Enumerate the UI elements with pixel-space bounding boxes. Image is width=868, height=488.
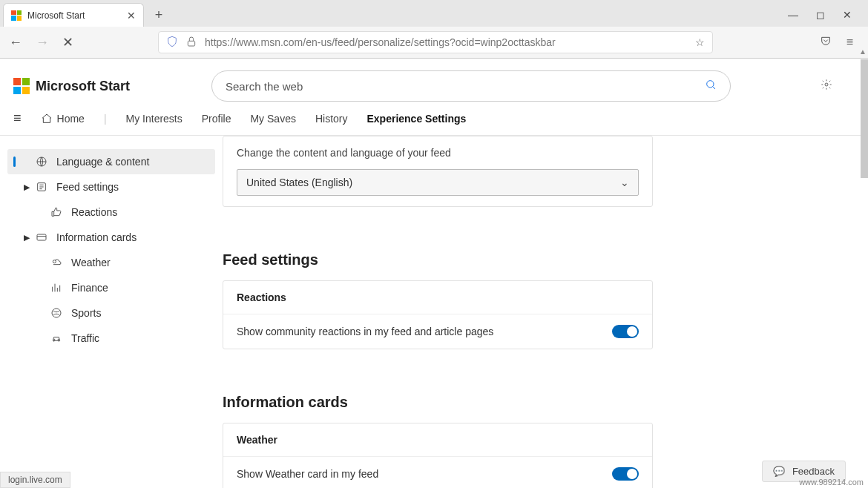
nav-my-interests[interactable]: My Interests: [126, 113, 183, 125]
weather-icon: [50, 257, 62, 268]
nav-experience-settings[interactable]: Experience Settings: [366, 113, 466, 125]
tab-title: Microsoft Start: [27, 10, 85, 21]
ms-logo-icon: [13, 78, 30, 94]
chat-icon: 💬: [773, 466, 785, 477]
tab-bar: Microsoft Start ✕ + — ◻ ✕: [0, 0, 868, 27]
sidebar-item-weather[interactable]: Weather: [7, 250, 215, 275]
maximize-icon[interactable]: ◻: [816, 9, 825, 21]
lock-icon: [185, 36, 197, 50]
forward-button[interactable]: →: [36, 35, 49, 50]
reactions-header: Reactions: [223, 281, 652, 314]
search-input[interactable]: Search the web: [211, 70, 731, 102]
svg-point-2: [825, 83, 828, 86]
close-icon[interactable]: ✕: [127, 10, 136, 22]
weather-header: Weather: [223, 423, 652, 457]
shield-icon: [166, 36, 178, 50]
home-icon: [41, 113, 53, 125]
brand-logo[interactable]: Microsoft Start: [13, 78, 130, 94]
nav-my-saves[interactable]: My Saves: [250, 113, 295, 125]
nav-row: ≡ Home | My Interests Profile My Saves H…: [0, 111, 868, 136]
minimize-icon[interactable]: —: [788, 9, 798, 21]
sidebar-item-traffic[interactable]: Traffic: [7, 326, 215, 351]
address-bar: ← → ✕ https://www.msn.com/en-us/feed/per…: [0, 27, 868, 58]
hamburger-icon[interactable]: ≡: [13, 111, 22, 126]
nav-profile[interactable]: Profile: [202, 113, 231, 125]
nav-history[interactable]: History: [315, 113, 348, 125]
svg-point-9: [58, 339, 59, 340]
scroll-up-icon[interactable]: ▲: [859, 47, 867, 56]
card-icon: [36, 231, 47, 243]
language-desc: Change the content and language of your …: [237, 147, 639, 159]
ms-favicon: [11, 10, 22, 21]
content: Change the content and language of your …: [223, 136, 683, 488]
info-cards-title: Information cards: [223, 394, 653, 411]
search-placeholder: Search the web: [226, 80, 303, 93]
new-tab-button[interactable]: +: [148, 4, 169, 25]
svg-point-7: [52, 309, 61, 317]
menu-icon[interactable]: ≡: [846, 36, 853, 49]
language-card: Change the content and language of your …: [223, 136, 653, 207]
reactions-card: Reactions Show community reactions in my…: [223, 280, 653, 349]
pocket-icon[interactable]: [820, 35, 832, 50]
watermark: www.989214.com: [799, 478, 864, 487]
divider: |: [104, 113, 107, 125]
thumb-icon: [50, 206, 62, 218]
url-field[interactable]: https://www.msn.com/en-us/feed/personali…: [158, 31, 713, 53]
reactions-toggle[interactable]: [612, 325, 639, 338]
sidebar-item-reactions[interactable]: Reactions: [7, 200, 215, 225]
feed-settings-title: Feed settings: [223, 251, 653, 268]
window-controls: — ◻ ✕: [788, 9, 865, 21]
finance-icon: [50, 282, 62, 294]
sidebar: Language & content ▶ Feed settings React…: [0, 136, 223, 488]
page-body: Microsoft Start Search the web ≡ Home | …: [0, 59, 868, 488]
search-icon[interactable]: [705, 79, 717, 94]
sidebar-item-language[interactable]: Language & content: [7, 149, 215, 174]
status-bar: login.live.com: [0, 472, 70, 488]
traffic-icon: [50, 332, 62, 344]
sports-icon: [50, 307, 62, 319]
stop-button[interactable]: ✕: [62, 34, 73, 50]
globe-icon: [36, 156, 47, 168]
browser-tab[interactable]: Microsoft Start ✕: [3, 3, 144, 27]
url-text: https://www.msn.com/en-us/feed/personali…: [205, 36, 556, 48]
caret-icon: ▶: [24, 182, 30, 192]
reactions-row: Show community reactions in my feed and …: [223, 314, 652, 349]
back-button[interactable]: ←: [9, 35, 22, 50]
browser-chrome: Microsoft Start ✕ + — ◻ ✕ ← → ✕ https://…: [0, 0, 868, 59]
brand-text: Microsoft Start: [36, 79, 130, 94]
svg-rect-0: [188, 41, 194, 46]
weather-row: Show Weather card in my feed: [223, 457, 652, 488]
svg-rect-5: [37, 234, 46, 240]
sidebar-item-information-cards[interactable]: ▶ Information cards: [7, 225, 215, 250]
page-header: Microsoft Start Search the web: [0, 59, 868, 111]
dropdown-value: United States (English): [246, 177, 352, 188]
weather-card: Weather Show Weather card in my feed: [223, 423, 653, 488]
chevron-down-icon: ⌄: [620, 177, 629, 188]
sidebar-item-feed-settings[interactable]: ▶ Feed settings: [7, 174, 215, 200]
caret-icon: ▶: [24, 233, 30, 243]
weather-toggle[interactable]: [612, 467, 639, 481]
sidebar-item-finance[interactable]: Finance: [7, 275, 215, 300]
sidebar-item-sports[interactable]: Sports: [7, 300, 215, 326]
gear-icon[interactable]: [821, 79, 855, 94]
bookmark-icon[interactable]: ☆: [695, 36, 705, 48]
svg-point-1: [707, 80, 714, 87]
scrollbar-thumb[interactable]: [861, 59, 868, 178]
svg-point-6: [53, 260, 56, 263]
close-window-icon[interactable]: ✕: [843, 9, 852, 21]
svg-point-8: [54, 339, 55, 340]
feed-icon: [36, 181, 47, 193]
language-dropdown[interactable]: United States (English) ⌄: [237, 169, 639, 196]
nav-home[interactable]: Home: [41, 113, 85, 125]
